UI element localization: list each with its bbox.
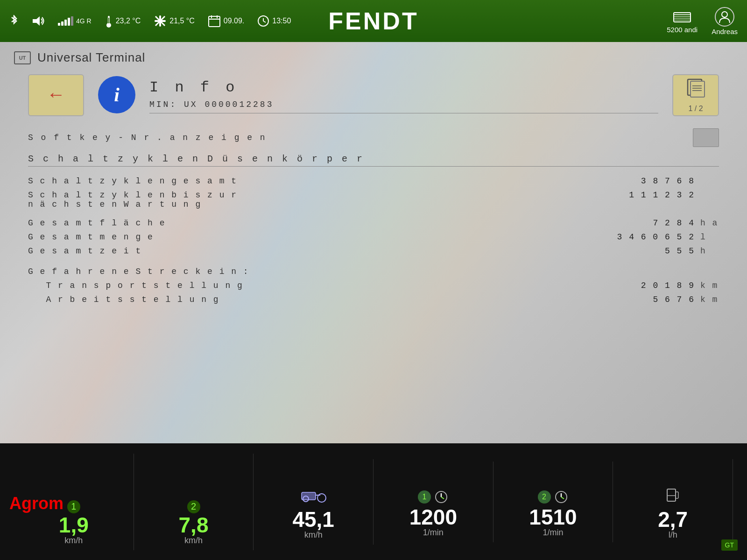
section-header: S c h a l t z y k l e n D ü s e n k ö r … (28, 150, 719, 167)
info-content: ← i I n f o MIN: UX 0000012283 (0, 70, 747, 316)
label-2: G e s a m t f l ä c h e (28, 218, 639, 228)
top-row: ← i I n f o MIN: UX 0000012283 (28, 74, 719, 116)
rpm2-num: 2 (538, 490, 551, 504)
svg-point-2 (106, 23, 111, 28)
svg-rect-36 (667, 489, 676, 501)
value-6: 2 0 1 8 9 (639, 281, 695, 290)
label-6: T r a n s p o r t s t e l l u n g (28, 281, 639, 290)
ut-title: Universal Terminal (37, 50, 145, 65)
svg-line-32 (441, 497, 444, 499)
value-1: 1 1 1 2 3 2 (629, 190, 695, 200)
rpm2-header: 2 (538, 490, 569, 504)
data-row: A r b e i t s s t e l l u n g 5 6 7 6 k … (28, 293, 719, 307)
softkey-row: S o f t k e y - N r . a n z e i g e n (28, 126, 719, 150)
label-0: S c h a l t z y k l e n g e s a m t (28, 176, 639, 186)
bluetooth-icon (9, 15, 19, 27)
rpm2-value: 1510 (529, 506, 577, 528)
min-line: MIN: UX 0000012283 (149, 100, 658, 113)
value-4: 5 5 5 (639, 246, 695, 256)
fuel-icon (664, 487, 681, 507)
gt-badge: GT (721, 539, 738, 551)
speed2-value: 7,8 (179, 514, 209, 536)
back-button[interactable]: ← (28, 74, 84, 116)
status-bar: 4G R 23,2 °C 21,5 °C 09.09. 13:50 FENDT … (0, 0, 747, 42)
metric-rpm1: 1 1200 1/min (374, 462, 493, 542)
user-name: Andreas (712, 28, 738, 35)
metric-tractor-speed: 45,1 km/h (254, 459, 374, 545)
date-label: 09.09. (224, 17, 244, 25)
date-group: 09.09. (208, 14, 244, 28)
svg-rect-15 (674, 13, 691, 22)
right-section: 5200 andi Andreas (667, 7, 738, 35)
unit-2: h a (700, 218, 719, 228)
metric-rpm2: 2 1510 1/min (493, 462, 613, 542)
temp1-label: 23,2 °C (116, 17, 141, 25)
info-icon: i (98, 76, 135, 113)
volume-icon (32, 15, 45, 27)
tractor-speed-unit: km/h (304, 530, 323, 540)
tractor-speed-value: 45,1 (292, 509, 334, 530)
info-char: i (114, 84, 120, 106)
unit-4: h (700, 246, 719, 256)
info-title-block: I n f o MIN: UX 0000012283 (149, 74, 658, 113)
bottom-bar: Agrom 1 1,9 km/h 2 7,8 km/h 45,1 km/h 1 … (0, 443, 747, 560)
speed1-value: 1,9 (59, 514, 89, 536)
data-row: G e f a h r e n e S t r e c k e i n : (28, 265, 719, 279)
data-row: G e s a m t z e i t 5 5 5 h (28, 244, 719, 258)
speed2-unit: km/h (184, 536, 203, 546)
unit-7: k m (700, 295, 719, 304)
ut-header: UT Universal Terminal (0, 42, 747, 70)
temp2-label: 21,5 °C (169, 17, 195, 25)
data-row: T r a n s p o r t s t e l l u n g 2 0 1 … (28, 279, 719, 293)
svg-rect-22 (691, 81, 705, 97)
fendt-logo: FENDT (328, 7, 418, 35)
svg-line-14 (263, 21, 266, 22)
value-0: 3 8 7 6 8 (639, 176, 695, 186)
softkey-label: S o f t k e y - N r . a n z e i g e n (28, 133, 267, 142)
value-2: 7 2 8 4 (639, 218, 695, 228)
network-label: 4G R (76, 17, 92, 25)
softkey-box (693, 128, 719, 147)
gear2-num: 2 (187, 500, 200, 513)
label-4: G e s a m t z e i t (28, 246, 639, 256)
svg-line-35 (561, 497, 564, 499)
rpm1-value: 1200 (409, 506, 457, 528)
data-row: S c h a l t z y k l e n g e s a m t 3 8 … (28, 174, 719, 188)
rpm2-unit: 1/min (543, 528, 564, 538)
svg-marker-0 (33, 16, 40, 26)
unit-6: k m (700, 281, 719, 290)
tractor-icon (299, 487, 327, 507)
agrom-logo: Agrom (9, 494, 63, 513)
user-block: Andreas (712, 7, 738, 35)
label-7: A r b e i t s s t e l l u n g (28, 295, 639, 304)
pages-icon (684, 77, 707, 103)
fuel-unit: l/h (669, 530, 677, 540)
page-num: 1 / 2 (688, 105, 703, 113)
value-3: 3 4 6 0 6 5 2 (617, 232, 695, 242)
data-row: G e s a m t f l ä c h e 7 2 8 4 h a (28, 216, 719, 230)
unit-3: l (700, 232, 719, 242)
value-7: 5 6 7 6 (639, 295, 695, 304)
svg-point-20 (722, 12, 727, 17)
data-row: S c h a l t z y k l e n b i s z u rn ä c… (28, 188, 719, 211)
label-3: G e s a m t m e n g e (28, 232, 617, 242)
clock-group: 13:50 (257, 15, 291, 27)
machine-block: 5200 andi (667, 9, 698, 34)
user-avatar (715, 7, 734, 27)
time-label: 13:50 (272, 17, 291, 25)
rpm1-unit: 1/min (423, 528, 444, 538)
gear1-num: 1 (67, 500, 80, 513)
signal-bars (58, 16, 73, 26)
rpm1-num: 1 (418, 490, 431, 504)
temp1-group: 23,2 °C (105, 14, 141, 28)
temp2-group: 21,5 °C (154, 14, 195, 28)
signal-group: 4G R (58, 16, 92, 26)
main-area: UT Universal Terminal ← i I n f o MIN: U… (0, 42, 747, 443)
fuel-value: 2,7 (658, 509, 688, 530)
rpm1-header: 1 (418, 490, 449, 504)
page-indicator[interactable]: 1 / 2 (672, 74, 719, 116)
speed1-unit: km/h (64, 536, 83, 546)
label-5: G e f a h r e n e S t r e c k e i n : (28, 267, 639, 276)
label-1: S c h a l t z y k l e n b i s z u rn ä c… (28, 190, 629, 209)
info-title: I n f o (149, 79, 658, 96)
